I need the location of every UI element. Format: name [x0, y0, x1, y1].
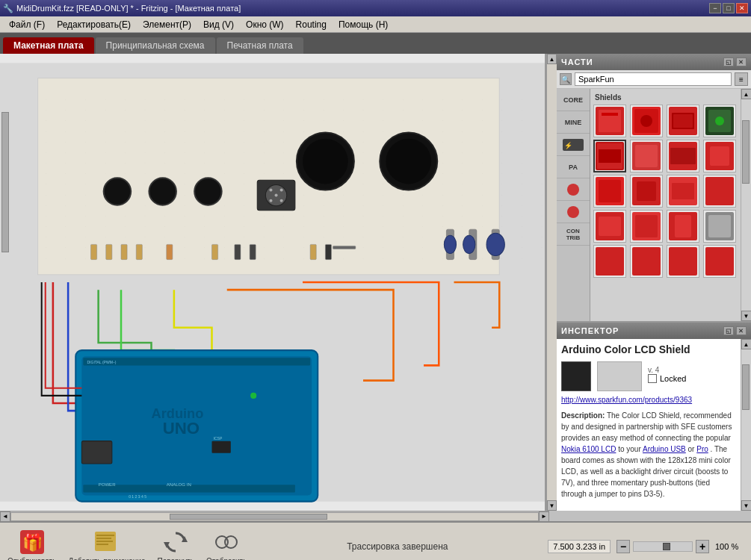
zoom-plus-button[interactable]: +: [696, 540, 709, 553]
publish-label: Опубликовать: [7, 557, 56, 561]
part-cell-14[interactable]: [630, 210, 663, 243]
svg-text:DIGITAL (PWM~): DIGITAL (PWM~): [87, 360, 116, 364]
sidebar-item-arduino[interactable]: ⚡: [557, 134, 590, 156]
menu-help[interactable]: Помощь (H): [333, 18, 394, 31]
part-cell-1[interactable]: [593, 105, 626, 137]
scroll-right-button[interactable]: ►: [539, 511, 549, 522]
desc-link-nokia[interactable]: Nokia 6100 LCD: [561, 445, 616, 453]
svg-rect-41: [310, 244, 316, 259]
scroll-track[interactable]: [547, 64, 557, 500]
minimize-button[interactable]: −: [709, 3, 721, 13]
canvas-vertical-scrollbar[interactable]: ▲ ▼: [546, 54, 557, 511]
menu-file[interactable]: Файл (F): [3, 18, 51, 31]
part-cell-20[interactable]: [703, 245, 736, 278]
display-button-group[interactable]: Отобразить: [206, 529, 247, 561]
display-label: Отобразить: [206, 557, 247, 561]
part-cell-3[interactable]: [667, 105, 699, 137]
sidebar-item-contrib[interactable]: CONTRIB: [557, 223, 590, 246]
parts-close-button[interactable]: ✕: [736, 57, 747, 66]
part-cell-19[interactable]: [667, 245, 699, 278]
parts-search-input[interactable]: [575, 72, 732, 86]
part-cell-13[interactable]: [593, 210, 626, 243]
svg-rect-36: [136, 244, 142, 259]
svg-point-21: [194, 178, 221, 205]
part-cell-18[interactable]: [630, 245, 663, 278]
part-cell-16[interactable]: [703, 210, 736, 243]
part-cell-2[interactable]: [630, 105, 663, 137]
desc-link-pro[interactable]: Pro: [696, 445, 708, 453]
canvas-area[interactable]: dots · · · · · · · · · · · · · · · · · ·…: [0, 54, 546, 511]
publish-button-group[interactable]: 🎁 Опубликовать: [7, 529, 56, 561]
menu-routing[interactable]: Routing: [290, 18, 333, 31]
scroll-up-button[interactable]: ▲: [547, 54, 557, 64]
close-button[interactable]: ✕: [736, 3, 748, 13]
inspector-scroll-up[interactable]: ▲: [741, 339, 752, 349]
scroll-down-button[interactable]: ▼: [547, 500, 557, 511]
desc-text2: to your: [618, 445, 643, 453]
inspector-locked-row: Locked: [648, 374, 686, 383]
publish-icon: 🎁: [19, 529, 46, 556]
menu-window[interactable]: Окно (W): [240, 18, 290, 31]
rotate-button-group[interactable]: Повернуть: [157, 529, 194, 561]
menu-edit[interactable]: Редактировать(E): [51, 18, 137, 31]
add-note-button-group[interactable]: Добавить примечание: [68, 529, 145, 561]
svg-text:⚡: ⚡: [564, 141, 573, 150]
tab-pcb[interactable]: Печатная плата: [217, 37, 303, 54]
title-bar-left: 🔧 MidiDrumKit.fzz [READ-ONLY] * - Fritzi…: [3, 4, 241, 13]
part-cell-4[interactable]: [703, 105, 736, 137]
part-cell-9[interactable]: [593, 175, 626, 208]
locked-checkbox[interactable]: [648, 374, 657, 383]
parts-scrollbar[interactable]: ▲ ▼: [741, 89, 751, 321]
svg-rect-46: [83, 358, 310, 365]
part-cell-12[interactable]: [703, 175, 736, 208]
inspector-url[interactable]: http://www.sparkfun.com/products/9363: [561, 396, 736, 404]
svg-rect-105: [632, 247, 661, 276]
part-cell-11[interactable]: [667, 175, 699, 208]
menu-element[interactable]: Элемент(P): [137, 18, 197, 31]
scroll-left-button[interactable]: ◄: [0, 511, 10, 522]
inspector-close-button[interactable]: ✕: [736, 326, 747, 335]
svg-text:· · · · · · · · · · · · · · · : · · · · · · · · · · · · · · · · · · · · …: [46, 214, 545, 218]
part-cell-6[interactable]: [630, 140, 663, 172]
desc-link-arduino-usb[interactable]: Arduino USB: [643, 445, 686, 453]
svg-text:🎁: 🎁: [22, 532, 43, 553]
svg-point-67: [567, 206, 579, 218]
inspector-scroll-down[interactable]: ▼: [741, 500, 752, 511]
svg-rect-86: [670, 148, 696, 164]
sidebar-item-mine[interactable]: MINE: [557, 111, 590, 134]
part-cell-5[interactable]: [593, 140, 626, 172]
parts-scroll-up[interactable]: ▲: [741, 89, 752, 99]
svg-point-28: [269, 188, 272, 191]
maximize-button[interactable]: □: [723, 3, 735, 13]
part-cell-17[interactable]: [593, 245, 626, 278]
sidebar-item-category5[interactable]: [557, 178, 590, 201]
zoom-slider[interactable]: [633, 541, 693, 552]
parts-float-button[interactable]: ◱: [723, 57, 734, 66]
inspector-float-button[interactable]: ◱: [723, 326, 734, 335]
parts-grid-area: Shields: [590, 89, 741, 321]
inspector-header-controls[interactable]: ◱ ✕: [723, 326, 747, 335]
part-cell-8[interactable]: [703, 140, 736, 172]
part-cell-15[interactable]: [667, 210, 699, 243]
scroll-track-horizontal[interactable]: [10, 512, 539, 521]
sidebar-item-pa[interactable]: PA: [557, 156, 590, 178]
part-cell-7[interactable]: [667, 140, 699, 172]
sidebar-item-category6[interactable]: [557, 201, 590, 223]
svg-rect-42: [325, 244, 331, 259]
parts-header-controls[interactable]: ◱ ✕: [723, 57, 747, 66]
parts-scroll-down[interactable]: ▼: [741, 311, 752, 321]
part-cell-10[interactable]: [630, 175, 663, 208]
bottom-toolbar: 🎁 Опубликовать Добавить примечание: [0, 521, 751, 560]
canvas-horizontal-scrollbar[interactable]: ◄ ►: [0, 511, 549, 521]
menu-view[interactable]: Вид (V): [197, 18, 240, 31]
title-bar-controls[interactable]: − □ ✕: [709, 3, 748, 13]
parts-grid-wrapper: Shields: [590, 89, 751, 321]
sidebar-item-core[interactable]: CORE: [557, 89, 590, 111]
parts-menu-button[interactable]: ≡: [735, 72, 748, 86]
parts-scroll-track[interactable]: [741, 99, 752, 311]
inspector-scrollbar[interactable]: ▲ ▼: [741, 339, 751, 511]
tab-breadboard[interactable]: Макетная плата: [3, 37, 94, 54]
tab-schematic[interactable]: Принципиальная схема: [96, 37, 215, 54]
zoom-minus-button[interactable]: −: [616, 540, 630, 553]
inspector-scroll-track[interactable]: [741, 349, 752, 500]
